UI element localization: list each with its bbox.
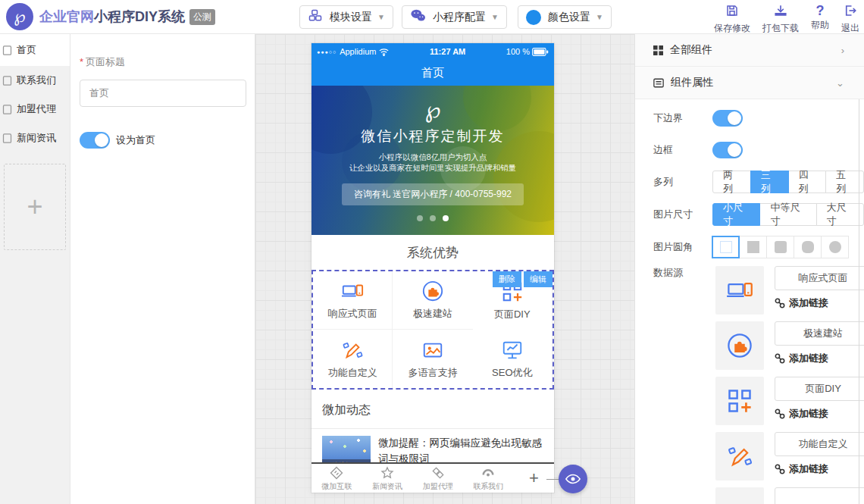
help-button[interactable]: ? 帮助: [811, 4, 829, 35]
sidebar-item-news[interactable]: 新闻资讯: [0, 124, 70, 152]
all-components-label: 全部组件: [670, 43, 712, 57]
page-title-input[interactable]: [80, 80, 246, 107]
tab-contact[interactable]: 联系我们: [463, 465, 514, 492]
battery-icon: [532, 48, 549, 56]
edit-component-button[interactable]: 编辑: [524, 271, 553, 287]
columns-option-3-selected[interactable]: 三列: [750, 171, 789, 193]
data-item-title-input[interactable]: [775, 266, 864, 290]
required-mark: *: [80, 56, 83, 67]
exit-button[interactable]: 退出: [841, 4, 859, 35]
props-list-icon: [653, 78, 664, 88]
border-toggle[interactable]: [712, 142, 743, 158]
hero-banner[interactable]: ℘ 微信小程序定制开发 小程序以微信8亿用户为切入点 让企业以及商家在短时间里实…: [311, 86, 554, 235]
tab-news[interactable]: 新闻资讯: [362, 465, 413, 492]
chevron-down-icon: ▼: [491, 13, 499, 21]
feature-cell-seo[interactable]: SEO优化: [473, 330, 553, 388]
data-item-title-input[interactable]: [775, 321, 864, 346]
wechat-icon: [410, 8, 426, 26]
set-homepage-toggle[interactable]: [80, 132, 110, 149]
battery-percent: 100 %: [506, 47, 530, 56]
all-components-header[interactable]: 全部组件 ›: [635, 34, 864, 67]
save-icon: [725, 4, 739, 20]
columns-option-4[interactable]: 四列: [788, 171, 827, 193]
data-item-title-input[interactable]: [775, 487, 864, 504]
miniprogram-config-menu[interactable]: 小程序配置 ▼: [402, 5, 507, 29]
component-props-label: 组件属性: [671, 76, 713, 89]
selected-feature-grid-component[interactable]: 删除 编辑 响应式页面: [311, 270, 554, 390]
columns-option-2[interactable]: 两列: [712, 171, 751, 193]
image-size-segmented-control: 小尺寸 中等尺寸 大尺寸: [712, 203, 864, 226]
feature-cell-responsive[interactable]: 响应式页面: [313, 271, 393, 330]
feature-cell-custom[interactable]: 功能自定义: [313, 330, 393, 388]
tab-add-button[interactable]: +: [514, 468, 554, 488]
sidebar-item-agency[interactable]: 加盟代理: [0, 95, 70, 124]
data-item-title-input[interactable]: [775, 377, 864, 401]
size-option-medium[interactable]: 中等尺寸: [759, 203, 816, 226]
carousel-dots: [311, 215, 554, 221]
beta-badge: 公测: [189, 9, 215, 25]
delete-component-button[interactable]: 删除: [493, 271, 521, 287]
radius-option-circle[interactable]: [821, 236, 849, 258]
feature-cell-fast-build[interactable]: 极速建站: [393, 271, 472, 330]
feature-label: 多语言支持: [408, 366, 457, 380]
radius-option-rounded[interactable]: [766, 236, 794, 258]
add-link-button[interactable]: 添加链接: [775, 352, 864, 365]
color-dot-icon: [526, 10, 541, 25]
page-name: 首页: [17, 43, 36, 57]
add-page-button[interactable]: +: [4, 164, 66, 250]
help-icon: ?: [816, 4, 825, 17]
components-grid-icon: [653, 45, 663, 55]
bottom-border-toggle[interactable]: [712, 110, 743, 127]
size-option-large[interactable]: 大尺寸: [816, 203, 864, 226]
page-icon: [2, 133, 13, 144]
component-props-header[interactable]: 组件属性 ⌄: [635, 67, 864, 99]
save-button[interactable]: 保存修改: [714, 4, 750, 35]
banner-cta-button[interactable]: 咨询有礼 送官网小程序 / 400-0755-992: [342, 183, 524, 205]
radius-option-square-selected[interactable]: [712, 236, 740, 258]
tab-agency[interactable]: 加盟代理: [412, 465, 463, 492]
page-icon: [2, 45, 13, 56]
data-source-label: 数据源: [653, 266, 712, 280]
phone-nav-bar: 首页: [311, 60, 554, 86]
tab-label: 新闻资讯: [372, 481, 402, 492]
app: ℘ 企业官网小程序DIY系统 公测 模块设置 ▼: [0, 0, 864, 504]
phone-tab-bar: 微加互联 新闻资讯 加盟代理: [311, 462, 554, 493]
carousel-dot[interactable]: [430, 215, 436, 221]
square-shape-icon: [720, 241, 732, 253]
page-name: 联系我们: [17, 74, 56, 87]
carousel-dot-active[interactable]: [443, 215, 449, 221]
color-settings-menu[interactable]: 颜色设置 ▼: [518, 5, 612, 29]
news-list-item[interactable]: 网站编辑 微加提醒：网页编辑应避免出现敏感词与极限词: [311, 429, 554, 465]
download-label: 打包下载: [762, 22, 799, 35]
pencil-icon: [715, 432, 764, 481]
bottom-border-row: 下边界: [653, 110, 864, 127]
image-icon: [421, 339, 444, 362]
add-link-button[interactable]: 添加链接: [775, 462, 864, 476]
size-option-small-selected[interactable]: 小尺寸: [712, 203, 760, 226]
carrier-label: Applidium: [340, 47, 376, 56]
sidebar-item-contact[interactable]: 联系我们: [0, 66, 70, 95]
rounded-shape-icon: [775, 241, 787, 253]
page-icon: [2, 104, 13, 115]
download-button[interactable]: 打包下载: [762, 4, 799, 35]
status-time: 11:27 AM: [389, 47, 506, 56]
diamond-logo-icon: [329, 465, 344, 481]
carousel-dot[interactable]: [417, 215, 423, 221]
tab-weijia[interactable]: 微加互联: [311, 465, 362, 492]
feature-label: SEO优化: [492, 366, 532, 380]
module-settings-menu[interactable]: 模块设置 ▼: [299, 5, 393, 29]
panel-scrollbar[interactable]: [859, 99, 859, 504]
radius-option-more-rounded[interactable]: [794, 236, 822, 258]
radius-option-square[interactable]: [739, 236, 767, 258]
data-item-title-input[interactable]: [775, 432, 864, 456]
feature-cell-multilang[interactable]: 多语言支持: [393, 330, 472, 388]
wifi-icon: [379, 48, 389, 56]
header-actions: 保存修改 打包下载 ? 帮助 退出: [714, 4, 859, 35]
add-link-button[interactable]: 添加链接: [775, 296, 864, 310]
preview-eye-button[interactable]: [559, 465, 587, 493]
brand: ℘ 企业官网小程序DIY系统 公测: [6, 3, 215, 30]
chevron-right-icon: ›: [841, 45, 844, 56]
set-homepage-label: 设为首页: [116, 133, 155, 147]
add-link-button[interactable]: 添加链接: [775, 407, 864, 421]
sidebar-item-home[interactable]: 首页: [0, 34, 70, 66]
